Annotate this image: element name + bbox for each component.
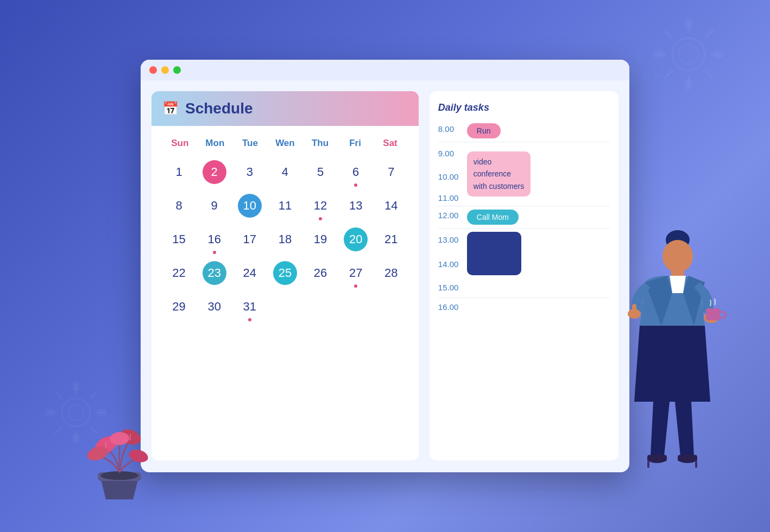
calendar-section: 📅 Schedule Sun Mon Tue Wen Thu Fri Sat	[152, 91, 419, 460]
svg-rect-56	[647, 460, 649, 468]
svg-rect-57	[695, 460, 697, 468]
date-29[interactable]: 29	[162, 291, 195, 322]
task-time-1600: 16.00	[438, 301, 463, 312]
task-content-1300	[467, 232, 610, 275]
date-1[interactable]: 1	[162, 156, 195, 188]
task-row-800: 8.00 Run	[438, 120, 610, 142]
date-31[interactable]: 31	[233, 291, 266, 322]
svg-point-0	[672, 38, 705, 71]
date-30[interactable]: 30	[198, 291, 231, 322]
date-9[interactable]: 9	[198, 190, 231, 221]
date-19[interactable]: 19	[304, 224, 337, 255]
browser-content: 📅 Schedule Sun Mon Tue Wen Thu Fri Sat	[141, 80, 629, 471]
task-badge-callmom: Call Mom	[467, 210, 519, 225]
task-card-video: videoconferencewith customers	[467, 151, 531, 197]
day-header-fri: Fri	[338, 135, 373, 152]
day-header-thu: Thu	[302, 135, 338, 152]
task-time-1100: 11.00	[438, 192, 463, 202]
date-23[interactable]: 23	[198, 257, 231, 289]
calendar-title: Schedule	[185, 100, 253, 117]
date-13[interactable]: 13	[339, 190, 373, 221]
date-11[interactable]: 11	[268, 190, 301, 221]
window-close-dot[interactable]	[149, 66, 157, 74]
task-content-900: videoconferencewith customers	[467, 145, 610, 202]
date-empty-3	[339, 291, 373, 322]
svg-point-46	[662, 240, 693, 273]
svg-rect-49	[706, 308, 720, 320]
tasks-title: Daily tasks	[438, 100, 610, 116]
plant-figure	[87, 402, 152, 499]
calendar-grid: Sun Mon Tue Wen Thu Fri Sat 1 2 3 4 5	[152, 126, 419, 331]
svg-rect-51	[632, 304, 636, 316]
date-12[interactable]: 12	[304, 190, 337, 221]
browser-titlebar	[141, 60, 629, 80]
date-21[interactable]: 21	[375, 224, 408, 255]
svg-line-9	[664, 71, 672, 79]
task-content-800: Run	[467, 123, 610, 138]
date-10[interactable]: 10	[233, 190, 266, 221]
date-15[interactable]: 15	[162, 224, 195, 255]
task-row-1500: 15.00	[438, 278, 610, 298]
svg-line-30	[55, 391, 62, 399]
svg-rect-35	[73, 434, 79, 443]
svg-rect-23	[654, 73, 660, 79]
date-3[interactable]: 3	[233, 156, 266, 188]
svg-point-24	[62, 398, 90, 427]
date-20[interactable]: 20	[339, 224, 373, 255]
svg-rect-53	[647, 455, 667, 461]
task-time-1200: 12.00	[438, 210, 463, 220]
svg-rect-55	[678, 455, 697, 461]
task-row-1200: 12.00 Call Mom	[438, 206, 610, 229]
task-time-1400: 14.00	[438, 258, 463, 269]
svg-line-6	[664, 30, 672, 38]
svg-point-25	[68, 405, 84, 420]
date-4[interactable]: 4	[268, 156, 301, 188]
task-time-1000: 10.00	[438, 171, 463, 181]
task-block-blue	[467, 232, 521, 275]
date-16[interactable]: 16	[198, 224, 231, 255]
task-time-800: 8.00	[438, 123, 463, 134]
date-7[interactable]: 7	[375, 156, 408, 188]
date-8[interactable]: 8	[162, 190, 195, 221]
date-14[interactable]: 14	[375, 190, 408, 221]
date-6[interactable]: 6	[339, 156, 373, 188]
task-row-1300: 13.00 14.00	[438, 229, 610, 278]
day-header-sun: Sun	[162, 135, 198, 152]
day-header-sat: Sat	[373, 135, 408, 152]
day-header-wen: Wen	[268, 135, 303, 152]
person-figure	[607, 217, 727, 499]
day-headers: Sun Mon Tue Wen Thu Fri Sat	[162, 135, 408, 152]
svg-line-33	[55, 426, 62, 434]
window-minimize-dot[interactable]	[161, 66, 169, 74]
date-empty-2	[304, 291, 337, 322]
svg-rect-13	[714, 50, 724, 58]
svg-point-15	[635, 71, 645, 81]
date-25[interactable]: 25	[268, 257, 301, 289]
svg-point-14	[631, 67, 648, 85]
date-18[interactable]: 18	[268, 224, 301, 255]
task-content-1200: Call Mom	[467, 210, 610, 225]
calendar-icon: 📅	[162, 101, 179, 116]
svg-rect-10	[685, 19, 692, 29]
gear-top-right-icon	[651, 16, 727, 92]
date-22[interactable]: 22	[162, 257, 195, 289]
date-24[interactable]: 24	[233, 257, 266, 289]
date-28[interactable]: 28	[375, 257, 408, 289]
dates-grid: 1 2 3 4 5 6 7 8 9 10 11 12	[162, 156, 408, 322]
browser-window: 📅 Schedule Sun Mon Tue Wen Thu Fri Sat	[141, 60, 629, 472]
date-26[interactable]: 26	[304, 257, 337, 289]
task-row-900: 9.00 10.00 11.00 videoconferencewith cus…	[438, 142, 610, 206]
date-5[interactable]: 5	[304, 156, 337, 188]
date-2[interactable]: 2	[198, 156, 231, 188]
task-badge-run: Run	[467, 123, 501, 138]
window-maximize-dot[interactable]	[173, 66, 181, 74]
date-empty-1	[268, 291, 301, 322]
svg-point-59	[100, 471, 138, 480]
svg-point-1	[679, 45, 698, 64]
date-17[interactable]: 17	[233, 224, 266, 255]
svg-line-7	[705, 71, 713, 79]
date-27[interactable]: 27	[339, 257, 373, 289]
date-empty-4	[375, 291, 408, 322]
task-time-1300: 13.00	[438, 234, 463, 244]
task-row-1600: 16.00	[438, 298, 610, 318]
